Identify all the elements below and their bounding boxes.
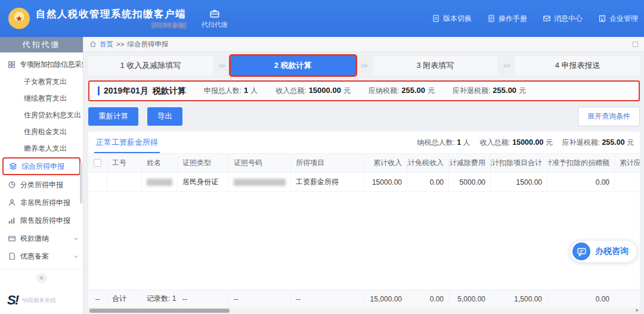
sidebar-item-label: 优惠备案 [20, 251, 49, 262]
step-tab-tax-calculation[interactable]: 2 税款计算 [231, 56, 355, 75]
breadcrumb-home[interactable]: 首页 [100, 40, 113, 49]
manual-label: 操作手册 [499, 14, 527, 24]
total-deduction-expense: 5,000.00 [449, 290, 491, 307]
cell-taxfree-income: 0.00 [407, 173, 449, 191]
message-center-link[interactable]: 消息中心 [543, 14, 583, 24]
sidebar-item-label: 限售股所得申报 [20, 216, 70, 226]
pie-chart-icon [8, 181, 16, 189]
hotline-logo: S! [7, 293, 18, 308]
wallet-icon [8, 234, 16, 243]
total-deduction: 1,500.00 [491, 290, 547, 307]
sidebar-subitem-continuing-education[interactable]: 继续教育支出 [0, 90, 83, 107]
scrollbar-right-arrow[interactable]: ▸ [636, 307, 639, 313]
top-bar: ★ 自然人税收管理系统扣缴客户端 [2019年新版] 代扣代缴 版本切换 操作手… [0, 0, 644, 37]
sidebar-item-tax-payment[interactable]: 税款缴纳 [0, 229, 83, 247]
total-donation: 0.00 [547, 290, 615, 307]
stat-taxpayer-count: 纳税总人数: 1 人 [417, 138, 470, 148]
home-icon [89, 41, 97, 48]
sidebar-item-comprehensive-income[interactable]: 综合所得申报 [2, 157, 80, 175]
mode-tab-label: 代扣代缴 [202, 20, 228, 29]
scrollbar-thumb[interactable] [89, 309, 230, 313]
sidebar: 代扣代缴 专项附加扣除信息采集 子女教育支出 继续教育支出 住房贷款利息支出 住… [0, 37, 83, 314]
breadcrumb-current: 综合所得申报 [127, 40, 168, 49]
sidebar-item-preferential-filing[interactable]: 优惠备案 [0, 247, 83, 265]
sidebar-collapse-button[interactable]: « [36, 273, 47, 284]
tax-consult-label: 办税咨询 [595, 246, 628, 257]
cell-donation: 0.00 [547, 173, 615, 191]
tab-normal-salary-income[interactable]: 正常工资薪金所得 [94, 132, 160, 153]
step-tab-declaration-submit[interactable]: 4 申报表报送 [515, 56, 640, 75]
sidebar-item-nonresident-income[interactable]: 非居民所得申报 [0, 194, 83, 212]
title-block: 自然人税收管理系统扣缴客户端 [2019年新版] [36, 8, 186, 30]
version-note: [2019年新版] [36, 21, 186, 30]
sidebar-subitem-mortgage-interest[interactable]: 住房贷款利息支出 [0, 107, 83, 123]
cell-cert-type: 居民身份证 [178, 173, 229, 191]
col-header: 证照类型 [178, 154, 229, 172]
subitem-label: 住房贷款利息支出 [24, 110, 81, 120]
enterprise-mgmt-link[interactable]: 企业管理 [598, 14, 638, 24]
cell-emp-no [107, 173, 142, 191]
sidebar-scrollbar[interactable] [80, 162, 82, 204]
col-header: 累计应纳税所得额 [615, 154, 640, 172]
expand-query-button[interactable]: 展开查询条件 [578, 107, 640, 126]
chevron-down-icon [73, 254, 79, 259]
total-label: 合计 [107, 290, 142, 307]
briefcase-icon [209, 8, 220, 19]
content: 1 收入及减除填写 >> 2 税款计算 >> 3 附表填写 >> 4 申报表报送… [83, 52, 644, 314]
sidebar-item-classified-income[interactable]: 分类所得申报 [0, 176, 83, 194]
breadcrumb: 首页 >> 综合所得申报 [83, 37, 644, 52]
mail-icon [543, 14, 551, 23]
cell-deduction-expense: 5000.00 [449, 173, 491, 191]
subitem-label: 继续教育支出 [24, 94, 67, 104]
sidebar-item-restricted-stock[interactable]: 限售股所得申报 [0, 212, 83, 229]
document-icon [432, 14, 440, 23]
cell-income-item: 工资薪金所得 [291, 173, 364, 191]
step-label: 3 附表填写 [416, 60, 454, 71]
version-switch-link[interactable]: 版本切换 [432, 14, 472, 24]
sidebar-item-special-deduction-collect[interactable]: 专项附加扣除信息采集 [0, 55, 83, 73]
sidebar-subitem-housing-rent[interactable]: 住房租金支出 [0, 123, 83, 140]
sidebar-subitem-elderly-support[interactable]: 赡养老人支出 [0, 140, 83, 157]
summary-title: 2019年01月 税款计算 [98, 86, 186, 97]
top-links: 版本切换 操作手册 消息中心 企业管理 [432, 14, 638, 24]
accent-bar [98, 86, 100, 95]
sidebar-item-label: 分类所得申报 [20, 180, 63, 190]
step-label: 1 收入及减除填写 [120, 60, 181, 71]
step-tab-attached-forms[interactable]: 3 附表填写 [373, 56, 498, 75]
sidebar-item-label: 非居民所得申报 [20, 198, 70, 208]
app-window: ★ 自然人税收管理系统扣缴客户端 [2019年新版] 代扣代缴 版本切换 操作手… [0, 0, 644, 314]
export-button[interactable]: 导出 [147, 107, 182, 126]
summary-field-tax-payable: 应纳税额:255.00元 [369, 86, 435, 96]
toolbar: 重新计算 导出 展开查询条件 [88, 107, 640, 126]
step-tab-income-fill[interactable]: 1 收入及减除填写 [88, 56, 213, 75]
message-center-label: 消息中心 [554, 14, 583, 24]
mode-tab-withholding[interactable]: 代扣代缴 [202, 8, 228, 29]
panel-toggle-icon[interactable] [633, 42, 638, 47]
table-row[interactable]: 居民身份证 工资薪金所得 15000.00 0.00 5000.00 1500.… [88, 173, 640, 192]
tax-consult-button[interactable]: 办税咨询 [569, 240, 637, 263]
select-all-checkbox[interactable] [94, 159, 101, 167]
hotline-label: 纳税服务热线 [22, 297, 56, 304]
step-separator: >> [497, 62, 515, 69]
manual-link[interactable]: 操作手册 [487, 14, 527, 24]
step-separator: >> [355, 62, 373, 69]
stat-tax-refund: 应补退税额: 255.00 元 [562, 138, 634, 148]
summary-heading: 税款计算 [153, 86, 186, 97]
horizontal-scrollbar[interactable]: ▸ [88, 307, 640, 314]
person-icon [8, 198, 16, 207]
table-header-row: 工号 姓名 证照类型 证照号码 所得项目 累计收入 累计免税收入 累计减除费用 … [88, 154, 640, 173]
sidebar-item-label: 税款缴纳 [20, 234, 49, 244]
sidebar-footer: S! 纳税服务热线 [0, 287, 83, 314]
col-header: 累计免税收入 [407, 154, 449, 172]
col-header: 工号 [107, 154, 142, 172]
step-label: 4 申报表报送 [555, 60, 600, 71]
recalculate-button[interactable]: 重新计算 [88, 107, 138, 126]
cell-total-income: 15000.00 [364, 173, 407, 191]
grid-icon [8, 61, 16, 69]
step-separator: >> [213, 62, 231, 69]
cell-deduction-total: 1500.00 [491, 173, 547, 191]
sidebar-subitem-child-education[interactable]: 子女教育支出 [0, 73, 83, 90]
cell-name-redacted [142, 173, 178, 191]
col-header: 姓名 [142, 154, 178, 172]
sidebar-item-label: 综合所得申报 [21, 161, 64, 172]
